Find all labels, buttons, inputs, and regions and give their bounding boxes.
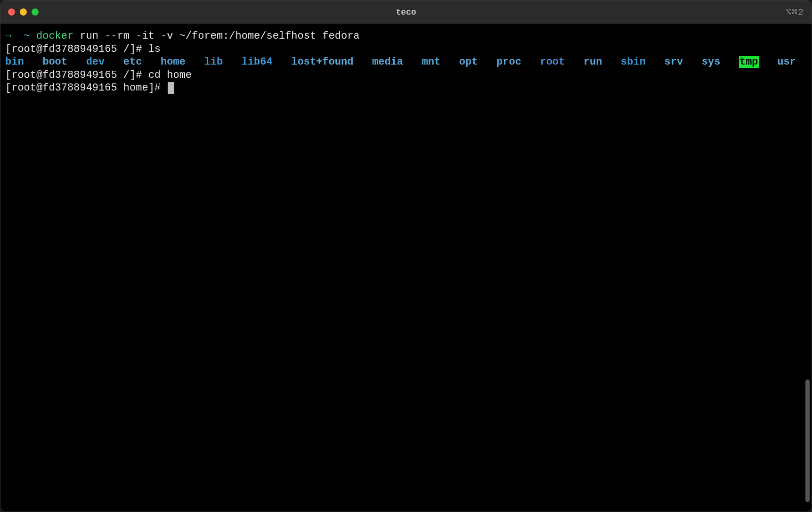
ls-entry-etc: etc — [123, 56, 142, 68]
command-line-4: [root@fd3788949165 /]# cd home — [5, 69, 807, 82]
ls-entry-media: media — [372, 56, 403, 68]
command-args: run --rm -it -v ~/forem:/home/selfhost f… — [80, 30, 359, 42]
ls-entry-srv: srv — [665, 56, 683, 68]
close-button[interactable] — [8, 8, 15, 16]
ls-entry-boot: boot — [42, 56, 67, 68]
ls-entry-lib64: lib64 — [242, 56, 273, 68]
command-ls: ls — [148, 43, 161, 55]
ls-entry-bin: bin — [5, 56, 24, 68]
terminal-body[interactable]: → ~ docker run --rm -it -v ~/forem:/home… — [0, 24, 812, 512]
ls-entry-lib: lib — [204, 56, 223, 68]
terminal-window: teco ⌥⌘2 → ~ docker run --rm -it -v ~/fo… — [0, 0, 812, 512]
ls-entry-opt: opt — [459, 56, 478, 68]
command-docker: docker — [36, 30, 73, 42]
ls-entry-usr: usr — [777, 56, 796, 68]
ls-entry-dev: dev — [86, 56, 105, 68]
ls-entry-sys: sys — [702, 56, 721, 68]
shell-prompt: [root@fd3788949165 /]# — [5, 69, 142, 81]
command-line-1: → ~ docker run --rm -it -v ~/forem:/home… — [5, 30, 807, 43]
ls-entry-sbin: sbin — [621, 56, 646, 68]
pane-indicator: ⌥⌘2 — [786, 6, 804, 18]
ls-entry-run: run — [584, 56, 602, 68]
ls-entry-home: home — [161, 56, 186, 68]
command-cd: cd home — [148, 69, 192, 81]
titlebar[interactable]: teco ⌥⌘2 — [0, 0, 812, 24]
ls-entry-lost+found: lost+found — [291, 56, 353, 68]
ls-output: bin boot dev etc home lib lib64 lost+fou… — [5, 56, 807, 69]
minimize-button[interactable] — [20, 8, 27, 16]
window-title: teco — [396, 8, 416, 17]
command-line-5: [root@fd3788949165 home]# — [5, 82, 807, 95]
ls-entry-proc: proc — [496, 56, 521, 68]
ls-entry-root: root — [540, 56, 565, 68]
shell-prompt: [root@fd3788949165 /]# — [5, 43, 142, 55]
cursor — [168, 82, 174, 94]
ls-entry-tmp: tmp — [739, 56, 759, 68]
ls-entry-mnt: mnt — [422, 56, 441, 68]
command-line-2: [root@fd3788949165 /]# ls — [5, 43, 807, 56]
prompt-arrow: → — [5, 30, 11, 42]
shell-prompt: [root@fd3788949165 home]# — [5, 82, 161, 94]
prompt-cwd: ~ — [24, 30, 30, 42]
maximize-button[interactable] — [32, 8, 39, 16]
scrollbar[interactable] — [805, 380, 810, 502]
traffic-lights — [8, 8, 39, 16]
